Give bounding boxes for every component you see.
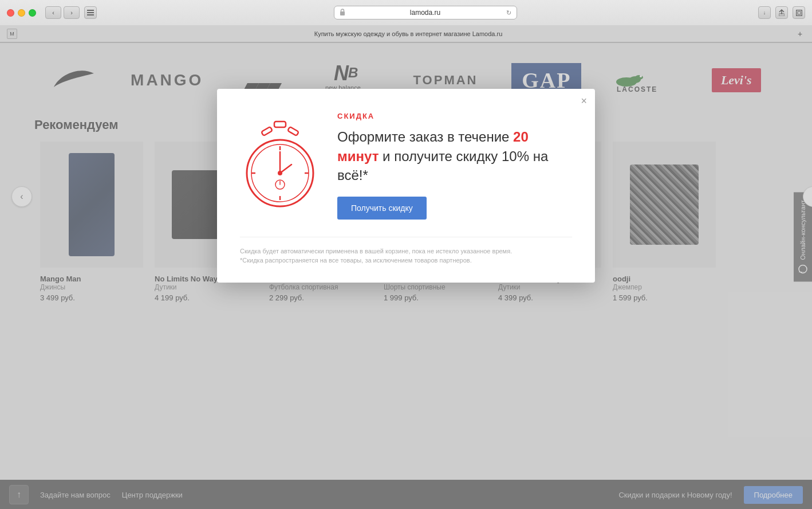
address-bar[interactable]: lamoda.ru [334,6,517,19]
gmail-icon: M [7,29,17,39]
modal-text-area: СКИДКА Оформите заказ в течение 20 минут… [337,112,572,220]
svg-rect-0 [87,10,94,11]
page-content: MANGO adidas N B new balance TOPMAN [0,43,812,509]
svg-rect-2 [87,14,94,15]
modal-body: СКИДКА Оформите заказ в течение 20 минут… [240,112,572,220]
modal-divider [240,237,572,237]
url-text: lamoda.ru [410,9,440,17]
footnote-line1: Скидка будет автоматически применена в в… [240,246,572,256]
modal-title: Оформите заказ в течение 20 минут и полу… [337,127,572,185]
forward-button[interactable]: › [64,6,80,19]
modal-overlay: × [0,43,812,509]
tab-title: Купить мужскую одежду и обувь в интернет… [22,30,795,37]
browser-chrome: ‹ › lamoda.ru ↻ ↓ M Купить мужскую [0,0,812,43]
modal-close-button[interactable]: × [581,96,587,106]
stopwatch-icon [240,119,320,213]
svg-rect-21 [274,122,286,127]
discount-modal: × [217,89,595,283]
fullscreen-icon[interactable] [793,6,805,19]
svg-rect-22 [261,127,273,136]
new-tab-button[interactable]: + [795,29,805,39]
svg-point-32 [278,171,282,175]
modal-label: СКИДКА [337,112,572,120]
title-bar: ‹ › lamoda.ru ↻ ↓ [0,0,812,25]
svg-rect-6 [798,11,801,14]
svg-rect-3 [340,11,345,15]
get-discount-button[interactable]: Получить скидку [337,197,427,220]
svg-rect-1 [87,12,94,13]
tab-bar: M Купить мужскую одежду и обувь в интерн… [0,25,812,42]
toolbar-right: ↓ [758,6,805,19]
modal-title-part1: Оформите заказ в течение [337,129,513,144]
lock-icon [340,9,345,17]
minimize-button[interactable] [18,9,25,17]
nav-buttons: ‹ › [45,6,80,19]
sidebar-toggle-button[interactable] [84,6,97,19]
svg-rect-5 [796,10,802,15]
share-icon[interactable] [775,6,788,19]
address-bar-container: lamoda.ru ↻ [101,6,749,19]
close-button[interactable] [7,9,14,17]
traffic-lights [7,9,36,17]
footnote-line2: *Скидка распространяется на все товары, … [240,256,572,265]
svg-rect-23 [287,127,299,136]
maximize-button[interactable] [29,9,36,17]
modal-footnote: Скидка будет автоматически применена в в… [240,246,572,265]
download-icon[interactable]: ↓ [758,6,771,19]
refresh-icon[interactable]: ↻ [506,9,511,17]
back-button[interactable]: ‹ [45,6,61,19]
